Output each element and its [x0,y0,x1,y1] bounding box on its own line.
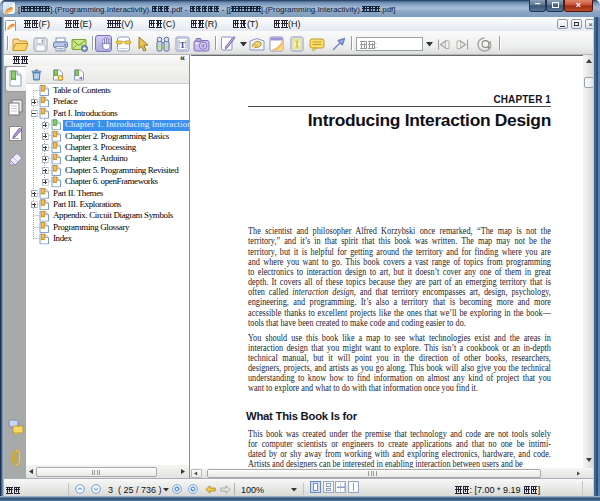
svg-text:T: T [179,40,185,50]
